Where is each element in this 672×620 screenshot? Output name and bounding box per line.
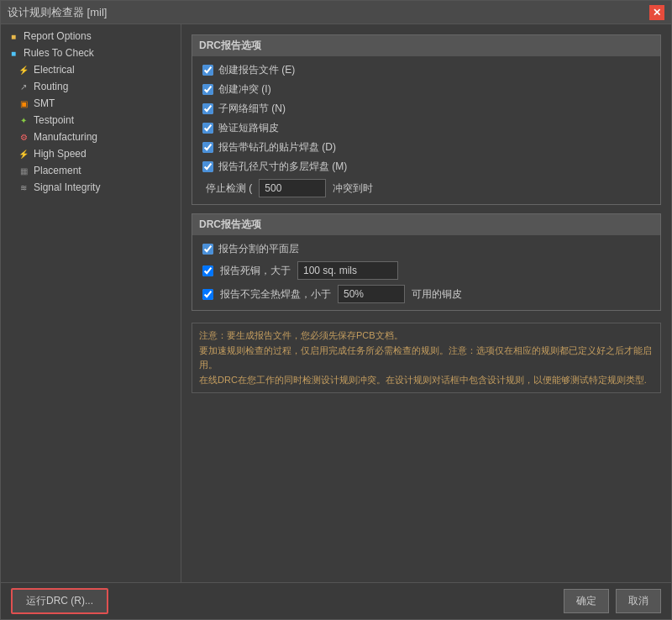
manufacturing-icon: ⚙: [18, 131, 29, 143]
checkbox-label-1: 创建报告文件 (E): [218, 63, 295, 77]
checkbox-label-5: 报告带钻孔的贴片焊盘 (D): [218, 140, 336, 155]
sidebar-label-placement: Placement: [34, 165, 81, 176]
dialog-container: 设计规则检查器 [mil] ✕ ■ Report Options ■ Rules…: [0, 0, 672, 620]
report-options-icon: ■: [8, 30, 19, 42]
sidebar-label-routing: Routing: [34, 81, 68, 92]
routing-icon: ↗: [18, 81, 29, 92]
checkbox-create-conflict[interactable]: [202, 84, 213, 95]
checkbox-row-6: 报告孔径尺寸的多层焊盘 (M): [202, 160, 650, 174]
confirm-button[interactable]: 确定: [564, 589, 609, 613]
checkbox-dead-copper[interactable]: [202, 265, 213, 276]
sidebar-item-placement[interactable]: ▦ Placement: [1, 162, 181, 179]
checkbox-row-3: 子网络细节 (N): [202, 102, 650, 116]
section2-row3: 报告不完全热焊盘，小于 可用的铜皮: [202, 285, 650, 303]
main-content: ■ Report Options ■ Rules To Check ⚡ Elec…: [1, 24, 671, 582]
section2-row2: 报告死铜，大于: [202, 261, 650, 280]
sidebar: ■ Report Options ■ Rules To Check ⚡ Elec…: [1, 24, 181, 582]
cancel-button[interactable]: 取消: [616, 589, 661, 613]
stop-suffix: 冲突到时: [333, 181, 373, 196]
section2-row1-label: 报告分割的平面层: [218, 242, 299, 256]
highspeed-icon: ⚡: [18, 148, 29, 160]
sidebar-label-rules-to-check: Rules To Check: [24, 47, 94, 59]
sidebar-item-manufacturing[interactable]: ⚙ Manufacturing: [1, 129, 181, 145]
checkbox-label-2: 创建冲突 (I): [218, 82, 271, 97]
section2-row1: 报告分割的平面层: [202, 242, 650, 256]
checkbox-report-hole[interactable]: [202, 161, 213, 172]
stop-detection-row: 停止检测 ( 冲突到时: [202, 179, 650, 197]
checkbox-report-drill[interactable]: [202, 142, 213, 153]
sidebar-item-highspeed[interactable]: ⚡ High Speed: [1, 145, 181, 162]
signal-integrity-icon: ≋: [18, 181, 29, 193]
sidebar-item-smt[interactable]: ▣ SMT: [1, 95, 181, 112]
sidebar-item-routing[interactable]: ↗ Routing: [1, 78, 181, 95]
stop-label: 停止检测 (: [206, 181, 252, 196]
section2-box: DRC报告选项 报告分割的平面层 报告死铜，大于: [192, 213, 661, 311]
checkbox-label-3: 子网络细节 (N): [218, 102, 286, 116]
checkbox-row-5: 报告带钻孔的贴片焊盘 (D): [202, 140, 650, 155]
checkbox-create-report[interactable]: [202, 65, 213, 76]
section2-row3-label: 报告不完全热焊盘，小于: [220, 287, 331, 302]
checkbox-subnet-detail[interactable]: [202, 103, 213, 114]
dialog-title: 设计规则检查器 [mil]: [8, 5, 107, 20]
sidebar-item-report-options[interactable]: ■ Report Options: [1, 28, 181, 45]
title-bar: 设计规则检查器 [mil] ✕: [1, 1, 671, 24]
placement-icon: ▦: [18, 165, 29, 176]
smt-icon: ▣: [18, 97, 29, 109]
section2-header: DRC报告选项: [192, 214, 660, 235]
checkbox-row-1: 创建报告文件 (E): [202, 63, 650, 77]
section1-header: DRC报告选项: [192, 35, 660, 56]
checkbox-incomplete-thermal[interactable]: [202, 289, 213, 300]
section2-row2-label: 报告死铜，大于: [220, 264, 291, 278]
checkbox-label-4: 验证短路铜皮: [218, 121, 279, 135]
stop-value-input[interactable]: [259, 179, 326, 197]
section2-row3-suffix: 可用的铜皮: [412, 287, 462, 302]
close-button[interactable]: ✕: [649, 5, 664, 20]
run-drc-button[interactable]: 运行DRC (R)...: [11, 588, 108, 614]
sidebar-label-electrical: Electrical: [34, 64, 75, 76]
sidebar-item-electrical[interactable]: ⚡ Electrical: [1, 61, 181, 78]
testpoint-icon: ✦: [18, 114, 29, 126]
checkbox-label-6: 报告孔径尺寸的多层焊盘 (M): [218, 160, 347, 174]
sidebar-item-signal-integrity[interactable]: ≋ Signal Integrity: [1, 179, 181, 196]
sidebar-label-smt: SMT: [34, 97, 55, 109]
sidebar-label-highspeed: High Speed: [34, 148, 87, 160]
bottom-bar: 运行DRC (R)... 确定 取消: [1, 582, 671, 619]
sidebar-label-report-options: Report Options: [24, 30, 92, 42]
content-area: DRC报告选项 创建报告文件 (E) 创建冲突 (I) 子网络细节 (N): [181, 24, 671, 582]
dead-copper-input[interactable]: [297, 261, 398, 280]
bottom-right-buttons: 确定 取消: [564, 589, 661, 613]
sidebar-item-rules-to-check[interactable]: ■ Rules To Check: [1, 45, 181, 61]
checkbox-plane-layer[interactable]: [202, 244, 213, 255]
sidebar-label-manufacturing: Manufacturing: [34, 131, 97, 143]
sidebar-item-testpoint[interactable]: ✦ Testpoint: [1, 112, 181, 129]
rules-to-check-icon: ■: [8, 47, 19, 59]
thermal-percent-input[interactable]: [338, 285, 405, 303]
section2-body: 报告分割的平面层 报告死铜，大于 报告不完全热焊盘，小于 可用的铜皮: [192, 235, 660, 310]
section1-box: DRC报告选项 创建报告文件 (E) 创建冲突 (I) 子网络细节 (N): [192, 34, 661, 205]
sidebar-label-signal-integrity: Signal Integrity: [34, 181, 100, 193]
checkbox-row-4: 验证短路铜皮: [202, 121, 650, 135]
section1-body: 创建报告文件 (E) 创建冲突 (I) 子网络细节 (N) 验证短路铜皮: [192, 56, 660, 204]
checkbox-verify-short[interactable]: [202, 123, 213, 134]
electrical-icon: ⚡: [18, 64, 29, 76]
sidebar-label-testpoint: Testpoint: [34, 114, 74, 126]
note-text: 注意：要生成报告文件，您必须先保存PCB文档。 要加速规则检查的过程，仅启用完成…: [192, 323, 661, 393]
checkbox-row-2: 创建冲突 (I): [202, 82, 650, 97]
